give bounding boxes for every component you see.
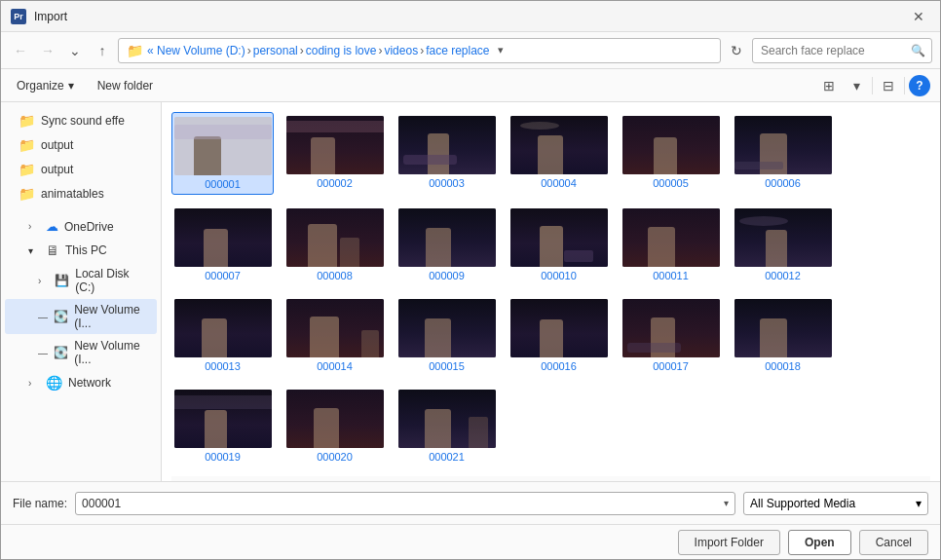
address-bar-row: ← → ⌄ ↑ 📁 « New Volume (D:) › personal ›… xyxy=(1,32,940,69)
file-thumbnail xyxy=(622,116,720,174)
file-name: 000013 xyxy=(205,360,241,372)
sidebar-item-sync-sound[interactable]: 📁 Sync sound effe xyxy=(5,109,157,132)
sidebar-item-label: Local Disk (C:) xyxy=(75,267,147,294)
file-name: 000018 xyxy=(765,360,801,372)
forward-button[interactable]: → xyxy=(36,39,59,62)
path-face-replace[interactable]: face replace xyxy=(426,44,489,57)
file-name: 000021 xyxy=(429,451,465,463)
file-thumbnail xyxy=(510,299,608,357)
list-item[interactable]: 000003 xyxy=(395,112,498,195)
new-folder-button[interactable]: New folder xyxy=(92,76,159,95)
organize-dropdown-icon: ▾ xyxy=(68,79,74,93)
import-folder-button[interactable]: Import Folder xyxy=(678,530,780,555)
filename-input[interactable]: 000001 ▾ xyxy=(75,492,735,515)
list-item[interactable]: 000007 xyxy=(171,205,274,285)
file-thumbnail xyxy=(174,208,272,267)
list-item[interactable]: 000008 xyxy=(283,205,386,285)
title-bar-left: Pr Import xyxy=(11,9,67,24)
network-icon: 🌐 xyxy=(46,375,62,391)
sidebar-item-label: New Volume (I... xyxy=(74,303,147,330)
file-thumbnail xyxy=(398,116,496,174)
close-button[interactable]: ✕ xyxy=(907,7,930,26)
filename-dropdown-arrow[interactable]: ▾ xyxy=(724,498,729,508)
folder-icon: 📁 xyxy=(19,162,35,177)
view-dropdown-button[interactable]: ▾ xyxy=(845,74,868,97)
file-name: 000004 xyxy=(541,177,577,189)
list-item[interactable]: 000002 xyxy=(283,112,386,195)
filetype-select[interactable]: All Supported Media ▾ xyxy=(743,492,928,515)
search-icon: 🔍 xyxy=(911,44,925,57)
list-item[interactable]: 000017 xyxy=(620,295,722,376)
sidebar-item-onedrive[interactable]: › ☁ OneDrive xyxy=(5,215,157,238)
view-toggle-button[interactable]: ⊞ xyxy=(817,74,841,97)
address-bar[interactable]: 📁 « New Volume (D:) › personal › coding … xyxy=(118,38,721,63)
app-icon: Pr xyxy=(11,9,26,24)
list-item[interactable]: 000021 xyxy=(395,386,498,467)
list-item[interactable]: 000004 xyxy=(508,112,610,195)
list-item[interactable]: 000009 xyxy=(395,205,498,285)
sidebar-item-output1[interactable]: 📁 output xyxy=(5,133,157,157)
path-personal[interactable]: personal xyxy=(253,44,298,57)
list-item[interactable]: 000018 xyxy=(732,295,834,376)
file-thumbnail xyxy=(510,116,608,174)
file-thumbnail xyxy=(286,116,384,174)
file-name: 000011 xyxy=(653,270,689,281)
list-item[interactable]: 000005 xyxy=(620,112,722,195)
list-item[interactable]: 000014 xyxy=(283,295,386,376)
up-recent-button[interactable]: ⌄ xyxy=(63,39,87,62)
sidebar-item-output2[interactable]: 📁 output xyxy=(5,158,157,181)
file-grid: 000001 000002 xyxy=(171,112,930,467)
filename-value: 000001 xyxy=(82,497,121,510)
preview-pane-button[interactable]: ⊟ xyxy=(877,74,900,97)
path-new-volume[interactable]: « New Volume (D:) xyxy=(147,44,245,57)
sidebar-item-label: OneDrive xyxy=(64,220,114,234)
file-thumbnail xyxy=(510,208,608,267)
sidebar-item-local-disk-c[interactable]: › 💾 Local Disk (C:) xyxy=(5,263,157,298)
list-item[interactable]: 000006 xyxy=(732,112,834,195)
toolbar-separator2 xyxy=(904,77,905,94)
filetype-label: All Supported Media xyxy=(750,497,855,510)
file-name: 000001 xyxy=(205,178,241,190)
file-thumbnail xyxy=(286,299,384,357)
list-item[interactable]: 000016 xyxy=(508,295,610,376)
list-item[interactable]: 000015 xyxy=(395,295,498,376)
list-item[interactable]: 000010 xyxy=(508,205,610,285)
cancel-button[interactable]: Cancel xyxy=(859,530,928,555)
list-item[interactable]: 000011 xyxy=(620,205,722,285)
list-item[interactable]: 000020 xyxy=(283,386,386,467)
file-thumbnail xyxy=(286,390,384,448)
organize-button[interactable]: Organize ▾ xyxy=(11,76,80,95)
refresh-button[interactable]: ↻ xyxy=(725,39,748,62)
sidebar-item-animatables[interactable]: 📁 animatables xyxy=(5,182,157,205)
list-item[interactable]: 000001 xyxy=(171,112,274,195)
list-item[interactable]: 000012 xyxy=(732,205,834,285)
file-name: 000003 xyxy=(429,177,465,189)
sidebar-item-this-pc[interactable]: ▾ 🖥 This PC xyxy=(5,239,157,262)
sidebar-item-new-volume-d2[interactable]: — 💽 New Volume (I... xyxy=(5,335,157,370)
file-thumbnail xyxy=(734,116,832,174)
sidebar-item-new-volume-d[interactable]: — 💽 New Volume (I... xyxy=(5,299,157,334)
open-button[interactable]: Open xyxy=(788,530,851,555)
list-item[interactable]: 000013 xyxy=(171,295,274,376)
file-thumbnail xyxy=(286,208,384,267)
folder-icon: 📁 xyxy=(19,186,35,202)
list-item[interactable]: 000019 xyxy=(171,386,274,467)
file-name: 000002 xyxy=(317,177,353,189)
file-grid-area: 000001 000002 xyxy=(162,102,940,481)
disk-icon: 💾 xyxy=(55,274,69,287)
back-button[interactable]: ← xyxy=(9,39,32,62)
path-videos[interactable]: videos xyxy=(384,44,418,57)
file-name: 000015 xyxy=(429,360,465,372)
search-box: 🔍 xyxy=(752,38,932,63)
sidebar-item-network[interactable]: › 🌐 Network xyxy=(5,371,157,394)
import-dialog: Pr Import ✕ ← → ⌄ ↑ 📁 « New Volume (D:) … xyxy=(0,0,941,560)
path-coding-is-love[interactable]: coding is love xyxy=(306,44,377,57)
address-dropdown-arrow[interactable]: ▾ xyxy=(498,44,504,56)
expand-icon: › xyxy=(28,221,40,232)
up-button[interactable]: ↑ xyxy=(91,39,114,62)
file-name: 000007 xyxy=(205,270,241,281)
sidebar-item-label: output xyxy=(41,163,73,176)
folder-icon: 📁 xyxy=(19,137,35,153)
search-input[interactable] xyxy=(761,44,907,57)
help-button[interactable]: ? xyxy=(909,75,930,96)
